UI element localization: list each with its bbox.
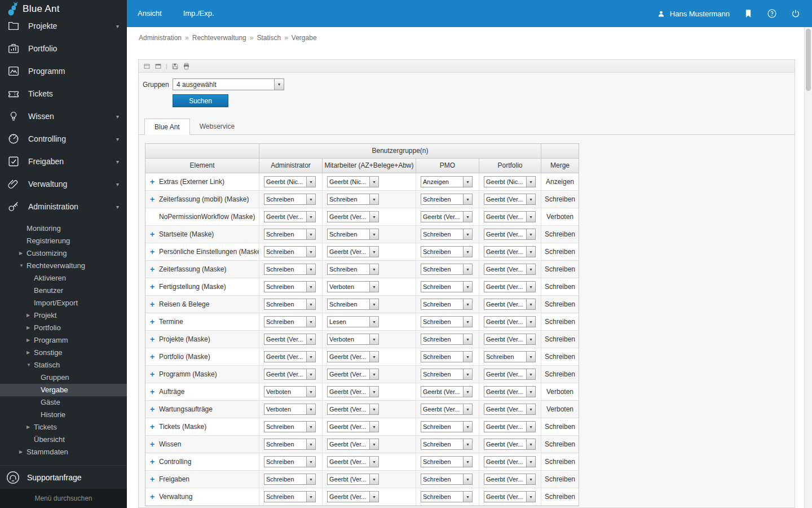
permission-dropdown[interactable]: Geerbt (Ver...▼ bbox=[484, 299, 536, 310]
permission-dropdown[interactable]: Schreiben▼ bbox=[421, 264, 473, 275]
dropdown-arrow-button[interactable]: ▼ bbox=[306, 264, 315, 274]
permission-dropdown[interactable]: Schreiben▼ bbox=[327, 229, 379, 240]
dropdown-arrow-button[interactable]: ▼ bbox=[306, 229, 315, 239]
dropdown-arrow-button[interactable]: ▼ bbox=[306, 247, 315, 257]
permission-dropdown[interactable]: Geerbt (Ver...▼ bbox=[484, 334, 536, 345]
sidebar-tree-item-customizing[interactable]: ▶Customizing bbox=[0, 247, 127, 260]
permission-dropdown[interactable]: Schreiben▼ bbox=[264, 456, 316, 467]
permission-dropdown[interactable]: Anzeigen▼ bbox=[421, 176, 473, 187]
dropdown-arrow-button[interactable]: ▼ bbox=[306, 352, 315, 362]
tree-collapsed-icon[interactable]: ▶ bbox=[27, 322, 30, 334]
sidebar-tree-item-rechteverwaltung[interactable]: ▼Rechteverwaltung bbox=[0, 260, 127, 272]
topbar-menu-imp-exp[interactable]: Imp./Exp. bbox=[173, 0, 225, 27]
dropdown-arrow-button[interactable]: ▼ bbox=[306, 387, 315, 397]
permission-dropdown[interactable]: Schreiben▼ bbox=[421, 299, 473, 310]
permission-dropdown[interactable]: Schreiben▼ bbox=[264, 474, 316, 485]
sidebar-tree-item-monitoring[interactable]: Monitoring bbox=[0, 222, 127, 235]
dropdown-arrow-button[interactable]: ▼ bbox=[306, 334, 315, 344]
permission-dropdown[interactable]: Verboten▼ bbox=[327, 334, 379, 345]
permission-dropdown[interactable]: Geerbt (Ver...▼ bbox=[484, 404, 536, 415]
permission-dropdown[interactable]: Schreiben▼ bbox=[421, 281, 473, 292]
permission-dropdown[interactable]: Geerbt (Ver...▼ bbox=[264, 369, 316, 380]
dropdown-arrow-button[interactable]: ▼ bbox=[526, 387, 535, 397]
dropdown-arrow-button[interactable]: ▼ bbox=[463, 264, 472, 274]
permission-dropdown[interactable]: Schreiben▼ bbox=[421, 316, 473, 327]
permission-dropdown[interactable]: Schreiben▼ bbox=[327, 194, 379, 205]
dropdown-arrow-button[interactable]: ▼ bbox=[463, 352, 472, 362]
sidebar-item-portfolio[interactable]: Portfolio bbox=[0, 37, 127, 60]
expand-plus-icon[interactable]: + bbox=[150, 265, 159, 273]
dropdown-arrow-button[interactable]: ▼ bbox=[463, 247, 472, 257]
dropdown-arrow-button[interactable]: ▼ bbox=[369, 247, 378, 257]
sidebar-item-programm[interactable]: Programm bbox=[0, 60, 127, 82]
dropdown-arrow-button[interactable]: ▼ bbox=[463, 299, 472, 309]
permission-dropdown[interactable]: Schreiben▼ bbox=[421, 491, 473, 502]
permission-dropdown[interactable]: Verboten▼ bbox=[264, 386, 316, 397]
permission-dropdown[interactable]: Schreiben▼ bbox=[421, 194, 473, 205]
expand-plus-icon[interactable]: + bbox=[150, 493, 159, 501]
sidebar-item-verwaltung[interactable]: Verwaltung▾ bbox=[0, 173, 127, 195]
dropdown-arrow-button[interactable]: ▼ bbox=[369, 387, 378, 397]
permission-dropdown[interactable]: Geerbt (Ver...▼ bbox=[327, 211, 379, 222]
dropdown-arrow-button[interactable]: ▼ bbox=[526, 177, 535, 187]
permission-dropdown[interactable]: Lesen▼ bbox=[327, 316, 379, 327]
permission-dropdown[interactable]: Geerbt (Ver...▼ bbox=[327, 491, 379, 502]
expand-plus-icon[interactable]: + bbox=[150, 370, 159, 378]
dropdown-arrow-button[interactable]: ▼ bbox=[526, 457, 535, 467]
tab-webservice[interactable]: Webservice bbox=[190, 119, 244, 135]
tree-collapsed-icon[interactable]: ▶ bbox=[19, 446, 23, 458]
permission-dropdown[interactable]: Geerbt (Ver...▼ bbox=[421, 386, 473, 397]
dropdown-arrow-button[interactable]: ▼ bbox=[526, 474, 535, 484]
dropdown-arrow-button[interactable]: ▼ bbox=[306, 457, 315, 467]
dropdown-arrow-button[interactable]: ▼ bbox=[526, 422, 535, 432]
permission-dropdown[interactable]: Geerbt (Ver...▼ bbox=[484, 456, 536, 467]
dropdown-arrow-button[interactable]: ▼ bbox=[463, 387, 472, 397]
sidebar-tree-item-vergabe[interactable]: Vergabe bbox=[0, 384, 127, 396]
dropdown-arrow-button[interactable]: ▼ bbox=[306, 212, 315, 222]
expand-plus-icon[interactable]: + bbox=[150, 440, 159, 448]
dropdown-arrow-button[interactable]: ▼ bbox=[526, 352, 535, 362]
sidebar-tree-item-projekt[interactable]: ▶Projekt bbox=[0, 309, 127, 322]
permission-dropdown[interactable]: Schreiben▼ bbox=[421, 456, 473, 467]
permission-dropdown[interactable]: Geerbt (Nic...▼ bbox=[327, 176, 379, 187]
sidebar-tree-item-stammdaten[interactable]: ▶Stammdaten bbox=[0, 446, 127, 458]
dropdown-arrow-button[interactable]: ▼ bbox=[369, 299, 378, 309]
breadcrumb-item-statisch[interactable]: Statisch bbox=[257, 34, 281, 42]
permission-dropdown[interactable]: Geerbt (Ver...▼ bbox=[484, 264, 536, 275]
sidebar-item-administration[interactable]: Administration▾ bbox=[0, 195, 127, 218]
breadcrumb-item-rechteverwaltung[interactable]: Rechteverwaltung bbox=[192, 34, 246, 42]
expand-plus-icon[interactable]: + bbox=[150, 178, 159, 186]
groups-select[interactable]: 4 ausgewählt ▼ bbox=[173, 78, 284, 90]
dropdown-arrow-button[interactable]: ▼ bbox=[369, 369, 378, 379]
dropdown-arrow-button[interactable]: ▼ bbox=[369, 264, 378, 274]
dropdown-arrow-button[interactable]: ▼ bbox=[463, 229, 472, 239]
dropdown-arrow-button[interactable]: ▼ bbox=[306, 369, 315, 379]
sidebar-item-projekte[interactable]: Projekte▾ bbox=[0, 15, 127, 37]
dropdown-arrow-button[interactable]: ▼ bbox=[463, 194, 472, 204]
expand-plus-icon[interactable]: + bbox=[150, 283, 159, 291]
expand-plus-icon[interactable]: + bbox=[150, 388, 159, 396]
dropdown-arrow-button[interactable]: ▼ bbox=[526, 334, 535, 344]
bookmark-icon[interactable] bbox=[743, 8, 753, 19]
permission-dropdown[interactable]: Schreiben▼ bbox=[484, 351, 536, 362]
permission-dropdown[interactable]: Geerbt (Ver...▼ bbox=[327, 404, 379, 415]
dropdown-arrow-button[interactable]: ▼ bbox=[306, 282, 315, 292]
sidebar-tree-item-historie[interactable]: Historie bbox=[0, 409, 127, 421]
expand-plus-icon[interactable]: + bbox=[150, 458, 159, 466]
sidebar-tree-item-benutzer[interactable]: Benutzer bbox=[0, 284, 127, 297]
expand-plus-icon[interactable]: + bbox=[150, 335, 159, 343]
dropdown-arrow-button[interactable]: ▼ bbox=[369, 229, 378, 239]
dropdown-arrow-button[interactable]: ▼ bbox=[526, 404, 535, 414]
dropdown-arrow-icon[interactable]: ▼ bbox=[274, 79, 284, 90]
dropdown-arrow-button[interactable]: ▼ bbox=[463, 177, 472, 187]
expand-plus-icon[interactable]: + bbox=[150, 248, 159, 256]
sidebar-item-controlling[interactable]: Controlling▾ bbox=[0, 128, 127, 150]
permission-dropdown[interactable]: Geerbt (Ver...▼ bbox=[484, 229, 536, 240]
dropdown-arrow-button[interactable]: ▼ bbox=[369, 422, 378, 432]
permission-dropdown[interactable]: Schreiben▼ bbox=[421, 351, 473, 362]
permission-dropdown[interactable]: Geerbt (Ver...▼ bbox=[327, 439, 379, 450]
sidebar-tree-item-aktivieren[interactable]: Aktivieren bbox=[0, 272, 127, 284]
expand-plus-icon[interactable]: + bbox=[150, 405, 159, 413]
permission-dropdown[interactable]: Schreiben▼ bbox=[264, 299, 316, 310]
tree-collapsed-icon[interactable]: ▶ bbox=[27, 309, 30, 322]
